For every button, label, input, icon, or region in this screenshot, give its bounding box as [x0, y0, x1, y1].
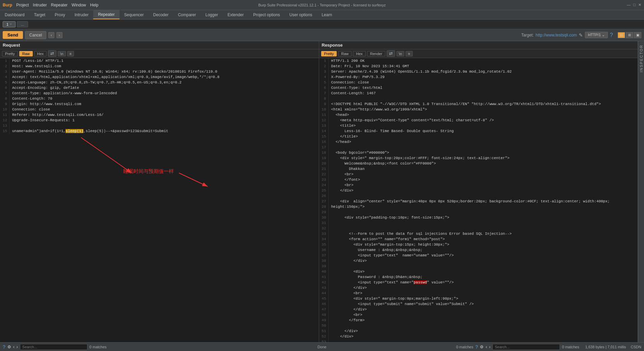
nav-proxy[interactable]: Proxy: [50, 10, 70, 19]
maximize-btn[interactable]: □: [633, 3, 636, 7]
nav-dashboard[interactable]: Dashboard: [0, 10, 29, 19]
req-raw-btn[interactable]: Raw: [19, 51, 33, 56]
res-format-btn[interactable]: ⇄: [387, 50, 395, 57]
req-format-btn[interactable]: ⇄: [48, 50, 56, 57]
menu-window[interactable]: Window: [72, 3, 86, 7]
request-line: 13: [0, 123, 319, 128]
right-settings-icon[interactable]: ⚙: [480, 345, 484, 349]
nav-user-options[interactable]: User options: [285, 10, 317, 19]
back-button[interactable]: ‹: [48, 32, 54, 38]
inspector-label: INSPECTOR: [639, 45, 643, 72]
target-edit-icon[interactable]: ✎: [579, 32, 583, 38]
left-help-icon[interactable]: ?: [3, 344, 5, 350]
line-content: <!DOCTYPE html PUBLIC "-//W3C//DTD XHTML…: [329, 101, 638, 107]
request-toolbar: Pretty Raw Hex ⇄ \n ≡: [0, 49, 319, 58]
res-pretty-btn[interactable]: Pretty: [321, 51, 337, 56]
nav-extender[interactable]: Extender: [223, 10, 249, 19]
response-code-area[interactable]: 1HTTP/1.1 200 OK2Date: Fri, 10 Nov 2023 …: [319, 58, 638, 342]
menu-repeater[interactable]: Repeater: [51, 3, 68, 7]
request-line: 4Accept: text/html,application/xhtml+xml…: [0, 74, 319, 80]
res-render-btn[interactable]: Render: [367, 51, 385, 56]
response-header: Response: [319, 41, 638, 49]
menu-bar[interactable]: Burp Project Intruder Repeater Window He…: [3, 3, 98, 7]
nav-learn[interactable]: Learn: [317, 10, 337, 19]
line-content: Referer: http://www.testsqli.com/Less-16…: [9, 112, 319, 118]
view-single[interactable]: ▣: [634, 32, 641, 38]
response-line: 21 Dhakkan: [319, 166, 638, 172]
right-help-icon[interactable]: ?: [475, 344, 478, 350]
right-search-input[interactable]: [492, 344, 560, 350]
line-number: 17: [319, 145, 329, 150]
res-menu-btn[interactable]: ≡: [406, 51, 412, 56]
line-number: 22: [319, 172, 329, 177]
help-icon[interactable]: ?: [610, 32, 613, 38]
line-number: 10: [0, 107, 9, 112]
inspector-panel[interactable]: INSPECTOR: [638, 41, 644, 342]
line-number: 37: [319, 253, 329, 258]
nav-decoder[interactable]: Decoder: [149, 10, 173, 19]
line-content: HTTP/1.1 200 OK: [329, 58, 638, 64]
menu-project[interactable]: Project: [16, 3, 29, 7]
line-number: 53: [319, 339, 329, 342]
tab-1[interactable]: 1 ×: [3, 21, 16, 27]
line-number: 52: [319, 334, 329, 339]
line-number: 48: [319, 312, 329, 318]
forward-button[interactable]: ›: [56, 32, 62, 38]
response-line: 8: [319, 96, 638, 101]
bottom-bar: ? ⚙ ‹ › 0 matches Done 0 matches ? ⚙ ‹ ›…: [0, 342, 644, 351]
response-line: 23 </font>: [319, 177, 638, 182]
line-content: Host: www.testsqli.com: [9, 64, 319, 69]
request-line: 11Referer: http://www.testsqli.com/Less-…: [0, 112, 319, 118]
right-back-icon[interactable]: ‹: [486, 345, 487, 349]
line-number: 25: [319, 188, 329, 193]
line-content: Welcome&nbsp;&nbsp;<font color="#FF0000"…: [329, 161, 638, 166]
request-code-area[interactable]: 1POST /Less-16/ HTTP/1.12Host: www.tests…: [0, 58, 319, 342]
nav-project-options[interactable]: Project options: [249, 10, 285, 19]
http-version-selector[interactable]: HTTP/1 ⌄: [585, 32, 608, 38]
cancel-button[interactable]: Cancel: [25, 31, 46, 39]
req-pretty-btn[interactable]: Pretty: [2, 51, 18, 56]
line-number: 14: [319, 128, 329, 134]
view-split-vertical[interactable]: ⊞: [626, 32, 633, 38]
left-search-input[interactable]: [20, 344, 87, 350]
res-newline-btn[interactable]: \n: [396, 51, 404, 56]
response-line: 2Date: Fri, 10 Nov 2023 15:34:41 GMT: [319, 64, 638, 69]
line-content: Content-Type: text/html: [329, 85, 638, 91]
menu-intruder[interactable]: Intruder: [33, 3, 47, 7]
line-number: 34: [319, 236, 329, 242]
nav-target[interactable]: Target: [29, 10, 50, 19]
response-line: 4X-Powered-By: PHP/5.3.29: [319, 74, 638, 80]
window-controls[interactable]: — □ ✕: [627, 3, 641, 7]
nav-comparer[interactable]: Comparer: [173, 10, 201, 19]
minimize-btn[interactable]: —: [627, 3, 630, 7]
nav-intruder[interactable]: Intruder: [70, 10, 93, 19]
menu-burp[interactable]: Burp: [3, 3, 12, 7]
res-raw-btn[interactable]: Raw: [338, 51, 352, 56]
req-newline-btn[interactable]: \n: [58, 51, 66, 56]
view-split-horizontal[interactable]: ⊟: [618, 32, 625, 38]
right-forward-icon[interactable]: ›: [489, 345, 490, 349]
close-btn[interactable]: ✕: [638, 3, 641, 7]
line-content: [329, 264, 638, 269]
nav-sequencer[interactable]: Sequencer: [120, 10, 149, 19]
tab-ellipsis[interactable]: …: [17, 21, 28, 27]
menu-help[interactable]: Help: [90, 3, 99, 7]
line-number: 7: [319, 91, 329, 96]
line-content: <title>: [329, 123, 638, 128]
left-back-icon[interactable]: ‹: [13, 345, 15, 349]
left-settings-icon[interactable]: ⚙: [7, 345, 11, 349]
tab-1-close[interactable]: ×: [10, 22, 12, 26]
line-number: 21: [319, 166, 329, 172]
left-forward-icon[interactable]: ›: [17, 345, 18, 349]
line-number: 41: [319, 274, 329, 280]
nav-logger[interactable]: Logger: [201, 10, 223, 19]
nav-repeater[interactable]: Repeater: [93, 10, 119, 19]
panels-wrapper: Request Pretty Raw Hex ⇄ \n ≡ 1POST /Les…: [0, 41, 638, 342]
send-button[interactable]: Send: [3, 31, 23, 39]
line-content: Accept: text/html,application/xhtml+xml,…: [9, 74, 319, 80]
req-menu-btn[interactable]: ≡: [67, 51, 74, 56]
res-hex-btn[interactable]: Hex: [353, 51, 366, 56]
request-header: Request: [0, 41, 319, 49]
line-content: <body bgcolor="#000000">: [329, 150, 638, 155]
req-hex-btn[interactable]: Hex: [34, 51, 47, 56]
